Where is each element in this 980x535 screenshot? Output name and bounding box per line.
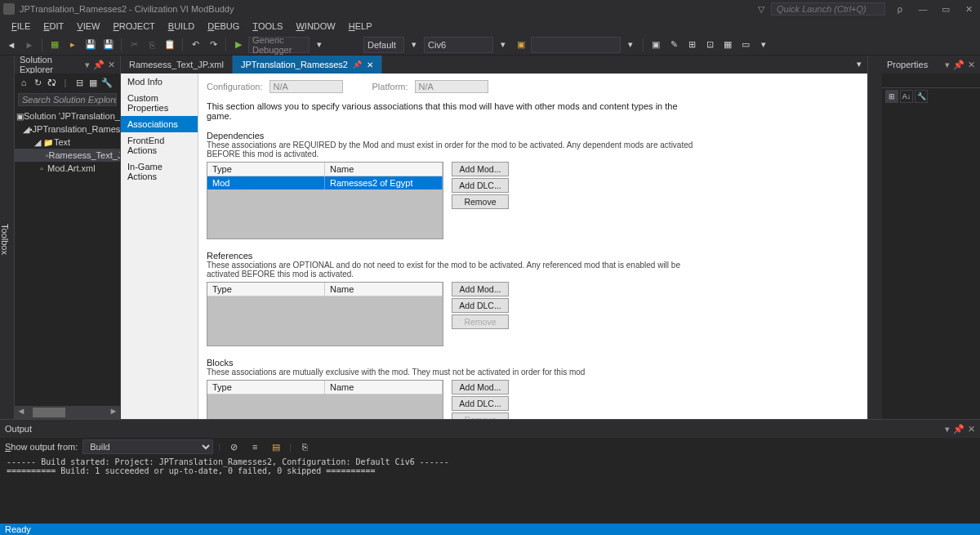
props-pin-icon[interactable]: 📌 bbox=[953, 60, 964, 70]
blk-add-dlc-button[interactable]: Add DLC... bbox=[452, 396, 509, 411]
properties-icon[interactable]: 🔧 bbox=[101, 77, 113, 88]
modnav-info[interactable]: Mod Info bbox=[121, 74, 198, 90]
panel-pin-icon[interactable]: 📌 bbox=[93, 60, 105, 70]
show-all-icon[interactable]: ▦ bbox=[87, 77, 99, 88]
output-close-icon[interactable]: ✕ bbox=[968, 424, 975, 435]
tool-icon-2[interactable]: ✎ bbox=[666, 37, 682, 53]
solution-search-input[interactable]: Search Solution Explorer (Ctrl+;) bbox=[18, 93, 117, 106]
modnav-associations[interactable]: Associations bbox=[121, 116, 198, 132]
menu-window[interactable]: WINDOW bbox=[291, 21, 340, 31]
output-menu-icon[interactable]: ▾ bbox=[945, 424, 950, 435]
tree-solution[interactable]: ▣Solution 'JPTranslation_Ramesses2' bbox=[15, 109, 120, 123]
categorize-icon[interactable]: ⊞ bbox=[885, 90, 898, 103]
output-nav-icon[interactable]: ⎘ bbox=[296, 439, 313, 455]
notification-icon[interactable]: ▽ bbox=[758, 4, 764, 15]
platform-dropdown[interactable]: N/A bbox=[415, 80, 488, 93]
collapse-icon[interactable]: ⊟ bbox=[74, 77, 85, 88]
quick-launch-input[interactable] bbox=[771, 2, 885, 16]
output-text[interactable]: ------ Build started: Project: JPTransla… bbox=[0, 456, 980, 524]
output-panel: Output ▾ 📌 ✕ Show output from: Build | ⊘… bbox=[0, 419, 980, 524]
config-more[interactable]: ▾ bbox=[406, 37, 422, 53]
undo-button[interactable]: ↶ bbox=[187, 37, 203, 53]
debugger-select[interactable]: Generic Debugger bbox=[248, 37, 310, 53]
alphabetize-icon[interactable]: A↓ bbox=[900, 90, 913, 103]
dependencies-grid[interactable]: TypeName ModRamesses2 of Egypt bbox=[207, 162, 443, 239]
tree-folder-text[interactable]: ◢📁Text bbox=[15, 136, 120, 149]
menu-edit[interactable]: EDIT bbox=[38, 21, 69, 31]
blocks-grid[interactable]: TypeName bbox=[207, 380, 443, 419]
config-select[interactable]: Default bbox=[363, 37, 404, 53]
tabs-overflow-icon[interactable]: ▾ bbox=[851, 56, 867, 72]
menu-file[interactable]: FILE bbox=[7, 21, 35, 31]
cut-button: ✂ bbox=[126, 37, 142, 53]
pin-icon[interactable]: 📌 bbox=[353, 60, 362, 69]
open-file-button[interactable]: ▸ bbox=[65, 37, 81, 53]
refresh-icon[interactable]: 🗘 bbox=[46, 77, 57, 88]
window-title: JPTranslation_Ramesses2 - Civilization V… bbox=[20, 4, 758, 14]
props-menu-icon[interactable]: ▾ bbox=[945, 60, 950, 70]
output-pin-icon[interactable]: 📌 bbox=[953, 424, 964, 435]
close-button[interactable]: ✕ bbox=[960, 4, 977, 15]
debugger-more[interactable]: ▾ bbox=[311, 37, 327, 53]
copy-button: ⎘ bbox=[144, 37, 160, 53]
doc-tab-xml[interactable]: Ramesess_Text_JP.xml bbox=[121, 56, 233, 74]
dep-add-dlc-button[interactable]: Add DLC... bbox=[452, 178, 509, 193]
output-clear-icon[interactable]: ⊘ bbox=[225, 439, 242, 455]
menu-build[interactable]: BUILD bbox=[163, 21, 199, 31]
forward-button[interactable]: ► bbox=[21, 37, 38, 53]
tree-file-modart[interactable]: ▫Mod.Art.xml bbox=[15, 162, 120, 175]
dep-remove-button[interactable]: Remove bbox=[452, 194, 509, 209]
asset-editor-button[interactable]: ▣ bbox=[513, 37, 529, 53]
config-dropdown[interactable]: N/A bbox=[270, 80, 343, 93]
props-icon[interactable]: 🔧 bbox=[915, 90, 928, 103]
user-icon[interactable]: ρ bbox=[892, 4, 908, 14]
redo-button[interactable]: ↷ bbox=[205, 37, 221, 53]
tool-icon-3[interactable]: ⊞ bbox=[684, 37, 700, 53]
tab-close-icon[interactable]: ✕ bbox=[367, 60, 373, 69]
output-goto-icon[interactable]: ▤ bbox=[268, 439, 284, 455]
tool-icon-4[interactable]: ⊡ bbox=[702, 37, 718, 53]
tool-more[interactable]: ▾ bbox=[755, 37, 772, 53]
menu-help[interactable]: HELP bbox=[344, 21, 377, 31]
tree-file-ramesses[interactable]: ▫Ramesess_Text_JP.xml bbox=[15, 149, 120, 162]
ref-add-dlc-button[interactable]: Add DLC... bbox=[452, 298, 509, 313]
platform-more[interactable]: ▾ bbox=[495, 37, 511, 53]
status-text: Ready bbox=[5, 524, 31, 534]
ref-add-mod-button[interactable]: Add Mod... bbox=[452, 282, 509, 296]
panel-menu-icon[interactable]: ▾ bbox=[85, 60, 90, 70]
tool-icon-1[interactable]: ▣ bbox=[648, 37, 664, 53]
menu-debug[interactable]: DEBUG bbox=[203, 21, 244, 31]
panel-close-icon[interactable]: ✕ bbox=[108, 60, 115, 70]
maximize-button[interactable]: ▭ bbox=[938, 4, 954, 15]
back-button[interactable]: ◄ bbox=[3, 37, 20, 53]
output-wrap-icon[interactable]: ≡ bbox=[247, 439, 263, 455]
save-button[interactable]: 💾 bbox=[82, 37, 99, 53]
doc-tab-project[interactable]: JPTranslation_Ramesses2📌✕ bbox=[233, 56, 382, 74]
modnav-custom[interactable]: Custom Properties bbox=[121, 90, 198, 116]
new-file-button[interactable]: ▦ bbox=[47, 37, 63, 53]
output-source-select[interactable]: Build bbox=[82, 439, 213, 454]
tool-icon-5[interactable]: ▦ bbox=[719, 37, 736, 53]
asset-more[interactable]: ▾ bbox=[622, 37, 639, 53]
blk-add-mod-button[interactable]: Add Mod... bbox=[452, 380, 509, 395]
dep-add-mod-button[interactable]: Add Mod... bbox=[452, 162, 509, 176]
props-close-icon[interactable]: ✕ bbox=[968, 60, 975, 70]
save-all-button[interactable]: 💾 bbox=[100, 37, 117, 53]
sync-icon[interactable]: ↻ bbox=[32, 77, 43, 88]
modnav-ingame[interactable]: In-Game Actions bbox=[121, 158, 198, 185]
start-button[interactable]: ▶ bbox=[230, 37, 247, 53]
menu-view[interactable]: VIEW bbox=[72, 21, 105, 31]
tree-project[interactable]: ◢▪JPTranslation_Ramesses2 bbox=[15, 123, 120, 136]
menu-project[interactable]: PROJECT bbox=[108, 21, 159, 31]
platform-select[interactable]: Civ6 bbox=[424, 37, 493, 53]
toolbox-tab[interactable]: Toolbox bbox=[0, 56, 15, 419]
menu-tools[interactable]: TOOLS bbox=[247, 21, 287, 31]
dep-row-0: ModRamesses2 of Egypt bbox=[207, 176, 443, 189]
modnav-frontend[interactable]: FrontEnd Actions bbox=[121, 132, 198, 158]
asset-select[interactable] bbox=[531, 37, 621, 53]
tool-icon-6[interactable]: ▭ bbox=[737, 37, 754, 53]
references-grid[interactable]: TypeName bbox=[207, 282, 443, 346]
solution-hscroll[interactable]: ◄► bbox=[15, 406, 120, 419]
minimize-button[interactable]: — bbox=[915, 4, 931, 14]
home-icon[interactable]: ⌂ bbox=[18, 77, 29, 88]
